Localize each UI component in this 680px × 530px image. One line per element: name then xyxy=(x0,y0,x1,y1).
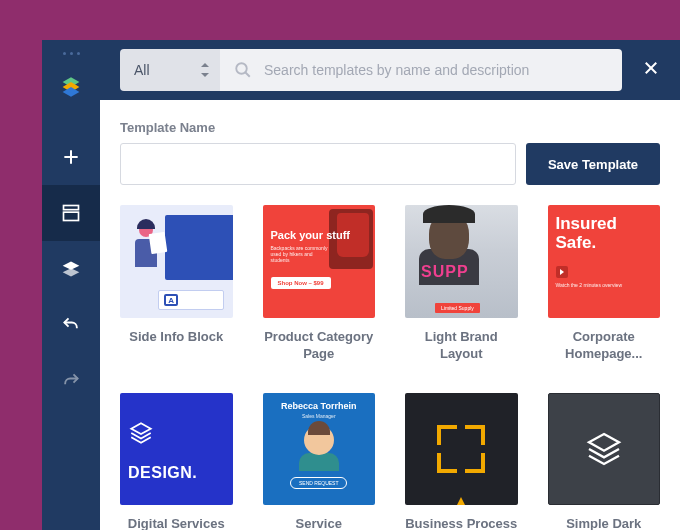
template-title: Digital Services xyxy=(120,515,233,530)
add-button[interactable] xyxy=(42,129,100,185)
template-title: Business Process Page xyxy=(405,515,518,530)
app-logo xyxy=(57,73,85,101)
sidebar xyxy=(42,40,100,530)
layers-button[interactable] xyxy=(42,241,100,297)
close-icon xyxy=(642,59,660,77)
save-row: Save Template xyxy=(120,143,660,185)
svg-marker-13 xyxy=(131,423,151,434)
template-name-input[interactable] xyxy=(120,143,516,185)
template-title: Simple Dark Header xyxy=(548,515,661,530)
search-icon xyxy=(234,61,252,79)
template-title: Product Category Page xyxy=(263,328,376,363)
template-name-label: Template Name xyxy=(120,120,660,135)
svg-marker-2 xyxy=(63,87,80,97)
template-card[interactable]: Simple Dark Header xyxy=(548,393,661,530)
svg-rect-6 xyxy=(64,212,79,220)
play-icon xyxy=(556,266,568,278)
content: Template Name Save Template A Side Info … xyxy=(100,100,680,530)
template-card[interactable]: A Side Info Block xyxy=(120,205,233,363)
close-button[interactable] xyxy=(642,59,660,81)
window-dots xyxy=(63,52,80,55)
svg-point-9 xyxy=(236,63,247,74)
template-thumb: Rebecca Torrhein Sales Manager SEND REQU… xyxy=(263,393,376,506)
templates-grid: A Side Info Block Pack your stuff Backpa… xyxy=(120,205,660,530)
template-thumb: DESIGN. xyxy=(120,393,233,506)
save-template-button[interactable]: Save Template xyxy=(526,143,660,185)
template-title: Service Homepage xyxy=(263,515,376,530)
template-card[interactable]: Business Process Page xyxy=(405,393,518,530)
category-filter[interactable]: All xyxy=(120,49,220,91)
app-window: All Template Name Save Template xyxy=(42,40,680,530)
template-thumb: Pack your stuff Backpacks are commonly u… xyxy=(263,205,376,318)
redo-button[interactable] xyxy=(42,353,100,409)
template-card[interactable]: Insured Safe. Watch the 2 minutes overvi… xyxy=(548,205,661,363)
search-input[interactable] xyxy=(264,62,608,78)
template-thumb xyxy=(405,393,518,506)
layers-icon xyxy=(584,429,624,469)
template-card[interactable]: Pack your stuff Backpacks are commonly u… xyxy=(263,205,376,363)
undo-button[interactable] xyxy=(42,297,100,353)
svg-marker-8 xyxy=(63,268,80,276)
topbar: All xyxy=(100,40,680,100)
template-card[interactable]: Rebecca Torrhein Sales Manager SEND REQU… xyxy=(263,393,376,530)
svg-marker-14 xyxy=(589,434,619,451)
template-thumb: A xyxy=(120,205,233,318)
templates-button[interactable] xyxy=(42,185,100,241)
select-arrows-icon xyxy=(200,63,210,77)
search-wrap xyxy=(220,49,622,91)
filter-label: All xyxy=(134,62,150,78)
template-thumb: Insured Safe. Watch the 2 minutes overvi… xyxy=(548,205,661,318)
template-title: Corporate Homepage... xyxy=(548,328,661,363)
template-title: Light Brand Layout xyxy=(405,328,518,363)
svg-rect-5 xyxy=(64,206,79,210)
template-title: Side Info Block xyxy=(120,328,233,346)
template-card[interactable]: SUPP Limited Supply Light Brand Layout xyxy=(405,205,518,363)
template-thumb: SUPP Limited Supply xyxy=(405,205,518,318)
layers-icon xyxy=(128,420,154,450)
main-panel: All Template Name Save Template xyxy=(100,40,680,530)
template-thumb xyxy=(548,393,661,506)
svg-line-10 xyxy=(245,72,250,77)
template-card[interactable]: DESIGN. Digital Services xyxy=(120,393,233,530)
